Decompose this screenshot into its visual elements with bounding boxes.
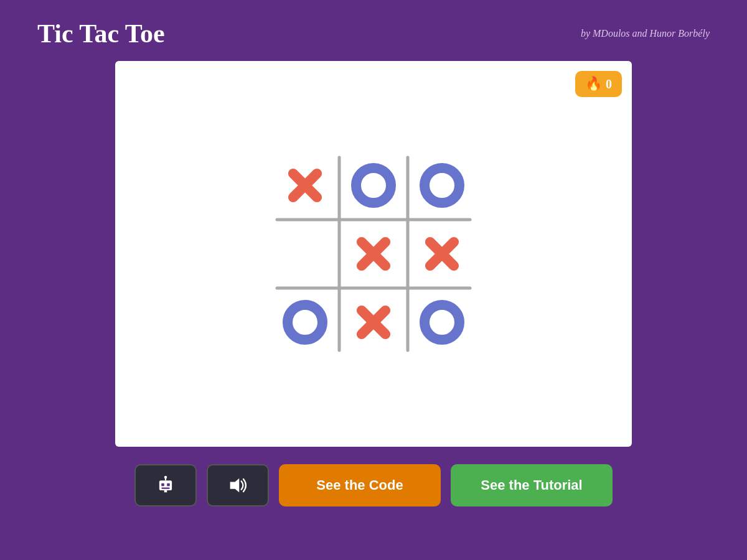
sound-icon: [227, 474, 249, 497]
svg-marker-11: [230, 478, 240, 493]
svg-rect-6: [167, 483, 170, 487]
streak-count: 0: [606, 77, 612, 91]
cell-3[interactable]: [271, 220, 339, 288]
svg-rect-10: [164, 490, 167, 492]
see-code-button[interactable]: See the Code: [279, 464, 441, 506]
cell-1[interactable]: [339, 151, 408, 220]
svg-rect-7: [161, 487, 170, 488]
o-mark: [420, 300, 464, 345]
o-mark: [351, 163, 396, 208]
o-mark: [420, 163, 464, 208]
game-board: [271, 151, 476, 357]
cell-8[interactable]: [408, 288, 476, 357]
robot-button[interactable]: [134, 464, 197, 506]
cell-2[interactable]: [408, 151, 476, 220]
header: Tic Tac Toe by MDoulos and Hunor Borbély: [0, 0, 747, 61]
cell-5[interactable]: [408, 220, 476, 288]
robot-icon: [154, 474, 177, 497]
byline: by MDoulos and Hunor Borbély: [581, 28, 710, 39]
x-mark: [420, 232, 464, 276]
bottom-bar: See the Code See the Tutorial: [134, 464, 613, 506]
cell-4[interactable]: [339, 220, 408, 288]
x-mark: [352, 232, 395, 276]
x-mark: [352, 301, 395, 344]
svg-point-9: [164, 476, 167, 479]
o-mark: [283, 300, 327, 345]
game-area: 🔥 0: [115, 61, 632, 447]
sound-button[interactable]: [207, 464, 269, 506]
flame-icon: 🔥: [585, 76, 602, 92]
cell-7[interactable]: [339, 288, 408, 357]
x-mark: [283, 164, 327, 207]
svg-rect-5: [161, 483, 164, 487]
streak-badge: 🔥 0: [575, 71, 622, 97]
cell-6[interactable]: [271, 288, 339, 357]
cell-0[interactable]: [271, 151, 339, 220]
page-title: Tic Tac Toe: [37, 19, 165, 49]
see-tutorial-button[interactable]: See the Tutorial: [451, 464, 613, 506]
